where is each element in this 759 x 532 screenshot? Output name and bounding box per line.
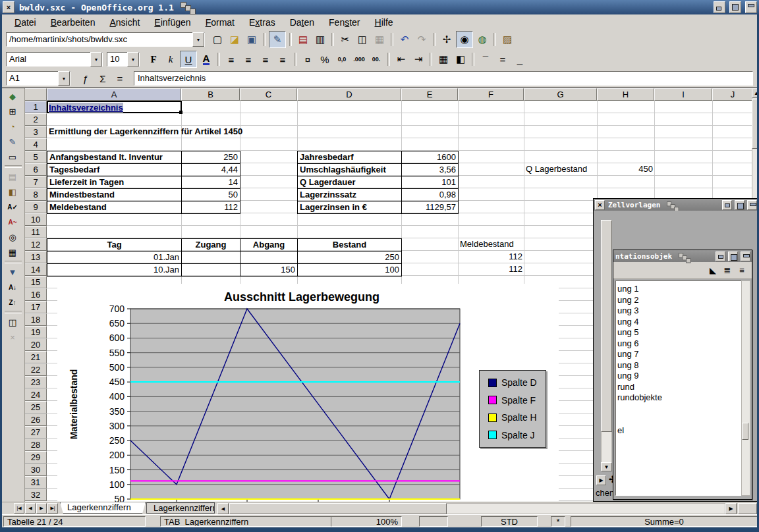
cell-E6[interactable]: 3,56 xyxy=(401,163,459,176)
borders-button[interactable]: ▦ xyxy=(436,51,451,67)
column-header-I[interactable]: I xyxy=(654,88,712,101)
cell-A14[interactable]: 10.Jan xyxy=(47,263,182,277)
menu-item-datei[interactable]: Datei xyxy=(7,16,43,29)
url-combobox[interactable]: /home/martinix/shots/bwldv.sxc ▼ xyxy=(6,32,205,47)
align-center-button[interactable]: ≡ xyxy=(240,51,256,67)
style-list-item[interactable]: ung 6 xyxy=(616,338,741,350)
row-header-22[interactable]: 22 xyxy=(24,363,47,376)
new-document-icon[interactable]: ▢ xyxy=(210,32,225,47)
column-header-H[interactable]: H xyxy=(597,88,654,101)
chevron-down-icon[interactable]: ▼ xyxy=(127,52,139,66)
align-vcenter-button[interactable]: = xyxy=(495,51,511,67)
function-wizard-icon[interactable]: ƒ xyxy=(78,70,94,86)
row-header-3[interactable]: 3 xyxy=(24,126,47,138)
window-menu-icon[interactable]: × xyxy=(3,1,14,13)
row-header-32[interactable]: 32 xyxy=(24,489,47,501)
bold-button[interactable]: F xyxy=(146,51,161,67)
datasources-icon[interactable]: ▦ xyxy=(4,245,21,259)
cell-D9[interactable]: Lagerzinsen in € xyxy=(297,201,402,214)
row-header-19[interactable]: 19 xyxy=(24,326,47,338)
minimize-icon[interactable] xyxy=(714,1,725,13)
style-list-item[interactable]: ung 9 xyxy=(616,371,741,382)
redo-icon[interactable]: ↷ xyxy=(414,32,430,47)
cell-A3[interactable]: Ermittlung der Lagerkennziffern für Arti… xyxy=(47,126,244,138)
minimize-icon[interactable] xyxy=(716,252,725,261)
style-list-item[interactable]: ung 8 xyxy=(616,360,741,371)
row-header-25[interactable]: 25 xyxy=(24,401,47,413)
cell-F14[interactable]: 112 xyxy=(458,263,524,276)
row-header-2[interactable]: 2 xyxy=(24,113,47,126)
background-color-button[interactable]: ◧ xyxy=(453,51,468,67)
row-header-20[interactable]: 20 xyxy=(24,338,47,351)
row-header-12[interactable]: 12 xyxy=(24,238,47,251)
style-list-item[interactable]: ung 2 xyxy=(616,295,741,306)
column-header-D[interactable]: D xyxy=(297,88,401,101)
delete-decimal-button[interactable]: 00. xyxy=(368,51,384,67)
inner-scroll-thumb[interactable] xyxy=(601,220,612,432)
row-header-18[interactable]: 18 xyxy=(24,313,47,326)
zellvorlagen-titlebar[interactable]: × Zellvorlagen xyxy=(594,199,758,211)
resize-corner[interactable] xyxy=(738,503,757,514)
chevron-down-icon[interactable]: ▼ xyxy=(90,52,102,66)
datasources-icon[interactable]: ◍ xyxy=(474,32,490,47)
style-list-item[interactable]: rund xyxy=(616,382,741,393)
copy-icon[interactable]: ◫ xyxy=(354,32,370,47)
column-header-G[interactable]: G xyxy=(524,88,597,101)
cell-E8[interactable]: 0,98 xyxy=(401,188,459,201)
align-bottom-button[interactable]: _ xyxy=(512,51,528,67)
navigator-icon[interactable]: ✢ xyxy=(439,32,455,47)
font-size-combobox[interactable]: 10 ▼ xyxy=(107,52,140,66)
decrease-indent-button[interactable]: ⇤ xyxy=(393,51,409,67)
maximize-icon[interactable] xyxy=(735,200,745,210)
font-name-value[interactable]: Arial xyxy=(7,53,90,65)
cell-F13[interactable]: 112 xyxy=(458,251,524,263)
sum-status[interactable]: Summe=0 xyxy=(571,516,758,527)
cell-C13[interactable] xyxy=(240,251,298,264)
align-right-button[interactable]: ≡ xyxy=(258,51,273,67)
menu-item-hilfe[interactable]: Hilfe xyxy=(368,16,401,29)
selection-mode-status[interactable]: STD xyxy=(481,516,538,527)
cell-D7[interactable]: Q Lagerdauer xyxy=(297,176,402,189)
row-header-14[interactable]: 14 xyxy=(24,263,47,276)
cell-A1[interactable]: Inhaltsverzeichnis xyxy=(47,101,182,113)
print-icon[interactable]: ▥ xyxy=(312,32,328,47)
add-decimal-button[interactable]: .000 xyxy=(351,51,367,67)
insert-object-icon[interactable]: ◔ xyxy=(4,119,21,134)
close-icon[interactable] xyxy=(747,200,757,210)
row-header-8[interactable]: 8 xyxy=(24,188,47,201)
hyperlink-dialog-icon[interactable]: ◉ xyxy=(456,31,473,48)
cell-A8[interactable]: Mindestbestand xyxy=(47,188,182,201)
form-functions-icon[interactable]: ▭ xyxy=(4,149,21,164)
cell-E5[interactable]: 1600 xyxy=(401,151,459,164)
sheet-tab-1[interactable]: Lagerkennziffern xyxy=(60,502,146,514)
cell-A5[interactable]: Anfangsbestand lt. Inventur xyxy=(47,151,182,164)
legend-item[interactable]: Spalte H xyxy=(488,412,546,423)
hscroll-right-icon[interactable]: ▶ xyxy=(725,503,737,514)
last-sheet-icon[interactable]: ▶| xyxy=(47,503,58,514)
cell-C12[interactable]: Abgang xyxy=(240,238,298,252)
style-list-item[interactable]: rundobjekte xyxy=(616,392,741,404)
row-header-10[interactable]: 10 xyxy=(24,213,47,226)
select-all-corner[interactable] xyxy=(24,88,47,101)
cell-G6[interactable]: Q Lagerbestand xyxy=(524,163,598,176)
row-header-4[interactable]: 4 xyxy=(24,138,47,151)
praesentationsobjekte-titlebar[interactable]: ntationsobjek xyxy=(613,250,752,262)
cell-A12[interactable]: Tag xyxy=(47,238,182,252)
menu-item-extras[interactable]: Extras xyxy=(242,16,283,29)
cell-A9[interactable]: Meldebestand xyxy=(47,201,182,214)
style-list-item[interactable]: ung 1 xyxy=(616,284,741,295)
cell-B13[interactable] xyxy=(181,251,240,264)
spellcheck-icon[interactable]: A✓ xyxy=(4,200,21,214)
row-header-15[interactable]: 15 xyxy=(24,276,47,288)
cell-B8[interactable]: 50 xyxy=(181,188,240,201)
hyperlink-text[interactable]: Inhaltsverzeichnis xyxy=(49,103,123,113)
cell-D5[interactable]: Jahresbedarf xyxy=(297,151,402,164)
cell-D8[interactable]: Lagerzinssatz xyxy=(297,188,402,201)
paste-icon[interactable]: ▦ xyxy=(372,32,387,47)
split-window-icon[interactable]: ◫ xyxy=(4,315,21,329)
draw-functions-icon[interactable]: ✎ xyxy=(4,134,21,149)
close-icon[interactable] xyxy=(741,252,750,261)
scroll-down-icon[interactable]: ▼ xyxy=(601,462,612,471)
chevron-down-icon[interactable]: ▼ xyxy=(58,71,70,86)
gallery-icon[interactable]: ▨ xyxy=(499,32,515,47)
